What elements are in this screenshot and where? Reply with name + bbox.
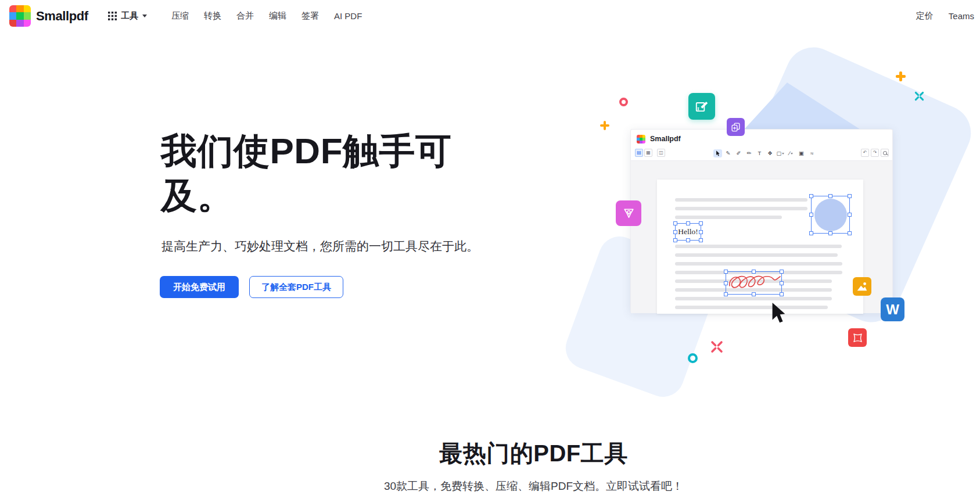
selected-text-element: Hello!	[675, 223, 701, 241]
nav-item-sign[interactable]: 签署	[301, 10, 319, 21]
word-file-badge: W	[881, 297, 904, 321]
nav-tools-menu[interactable]: 工具	[108, 10, 147, 21]
search-icon	[881, 149, 889, 157]
blue-circle-shape	[814, 199, 847, 231]
doc-text-line	[675, 207, 807, 210]
curved-frame-icon	[852, 332, 864, 344]
shape-tool-icon: ▢	[776, 149, 785, 157]
hero-subtitle: 提高生产力、巧妙处理文档，您所需的一切工具尽在于此。	[161, 238, 479, 254]
apps-grid-icon	[108, 12, 117, 20]
pink-ring-accent	[619, 98, 628, 106]
nav-item-pricing[interactable]: 定价	[916, 10, 934, 21]
sidebar-toggle-icon: ◫	[657, 149, 665, 157]
start-free-trial-button[interactable]: 开始免费试用	[160, 276, 239, 298]
frame-tool-badge	[848, 328, 867, 347]
hello-text: Hello!	[678, 227, 698, 236]
smallpdf-homepage: Smallpdf 工具 压缩 转换 合并 编辑 签署 AI PDF	[0, 0, 980, 502]
main-nav: 工具 压缩 转换 合并 编辑 签署 AI PDF	[108, 0, 362, 32]
popular-tools-section: 最热门的PDF工具 30款工具，免费转换、压缩、编辑PDF文档。立即试试看吧！	[0, 438, 980, 494]
red-scribble	[726, 272, 781, 293]
duplicate-page-icon	[730, 121, 741, 132]
highlighter-tool-icon: ✏	[745, 149, 753, 157]
edit-tool-badge	[688, 93, 715, 120]
signature-tool-icon: ≈	[807, 149, 816, 157]
doc-text-line	[675, 253, 838, 257]
line-tool-icon: ∕	[787, 149, 795, 157]
smallpdf-logo-small	[637, 135, 645, 144]
selected-circle-shape	[811, 196, 850, 234]
redo-icon: ↷	[871, 149, 879, 157]
hero-illustration: Smallpdf ▤ ▦ ◫ ✎ ✐ ✏ T ❖ ▢	[546, 58, 980, 383]
pen-nib-icon	[622, 206, 636, 221]
top-nav: Smallpdf 工具 压缩 转换 合并 编辑 签署 AI PDF	[0, 0, 980, 32]
secondary-nav: 定价 Teams	[916, 0, 974, 32]
editor-titlebar: Smallpdf	[631, 130, 892, 148]
nav-tools-label: 工具	[121, 10, 138, 21]
brand-name: Smallpdf	[36, 9, 88, 24]
teal-ring-accent	[688, 353, 698, 363]
nav-item-merge[interactable]: 合并	[236, 10, 254, 21]
explore-pdf-tools-button[interactable]: 了解全套PDF工具	[249, 276, 343, 298]
text-tool-icon: T	[755, 149, 764, 157]
doc-text-line	[675, 262, 842, 266]
grid-view-icon: ▦	[644, 149, 652, 157]
hero-heading: 我们使PDF触手可及。	[161, 129, 452, 218]
mouse-cursor-icon	[771, 302, 787, 326]
copy-tool-badge	[727, 118, 745, 136]
editor-toolbar: ▤ ▦ ◫ ✎ ✐ ✏ T ❖ ▢ ∕ ▣ ≈	[631, 148, 892, 160]
popular-tools-heading: 最热门的PDF工具	[87, 438, 980, 469]
editor-tool-icons: ✎ ✐ ✏ T ❖ ▢ ∕ ▣ ≈	[713, 149, 816, 157]
doc-text-line	[675, 297, 832, 300]
nav-item-ai-pdf[interactable]: AI PDF	[334, 11, 362, 21]
word-letter: W	[886, 302, 899, 318]
image-tool-icon: ▣	[797, 149, 806, 157]
cursor-tool-icon	[713, 149, 722, 157]
doc-text-line	[675, 216, 782, 219]
smallpdf-logo	[9, 5, 31, 27]
hero-cta-row: 开始免费试用 了解全套PDF工具	[160, 276, 343, 298]
pen-tool-icon: ✐	[734, 149, 743, 157]
image-tool-badge	[853, 277, 871, 296]
selected-scribble-drawing	[726, 271, 782, 295]
plus-accent	[896, 71, 906, 81]
doc-text-line	[675, 306, 828, 309]
page-view-icon: ▤	[635, 149, 643, 157]
compress-arrows-accent	[914, 91, 924, 103]
nav-item-convert[interactable]: 转换	[204, 10, 221, 21]
pencil-tool-icon: ✎	[724, 149, 733, 157]
pen-nib-tool-badge	[616, 200, 641, 226]
editor-window-title: Smallpdf	[650, 135, 681, 143]
editor-history-buttons: ↶ ↷	[861, 149, 889, 157]
document-page: Hello!	[657, 180, 863, 314]
stamp-tool-icon: ❖	[766, 149, 774, 157]
image-mountains-icon	[856, 280, 868, 293]
chevron-down-icon	[142, 15, 147, 17]
doc-text-line	[675, 245, 842, 248]
edit-pencil-icon	[694, 99, 709, 114]
nav-item-teams[interactable]: Teams	[949, 11, 974, 21]
brand-home-link[interactable]: Smallpdf	[9, 5, 88, 27]
editor-view-buttons: ▤ ▦ ◫	[635, 149, 665, 157]
nav-item-edit[interactable]: 编辑	[269, 10, 286, 21]
compress-arrows-accent	[710, 340, 723, 356]
nav-item-compress[interactable]: 压缩	[171, 10, 189, 21]
undo-icon: ↶	[861, 149, 869, 157]
plus-accent	[600, 121, 609, 130]
popular-tools-subtitle: 30款工具，免费转换、压缩、编辑PDF文档。立即试试看吧！	[87, 479, 980, 494]
doc-text-line	[675, 198, 807, 202]
